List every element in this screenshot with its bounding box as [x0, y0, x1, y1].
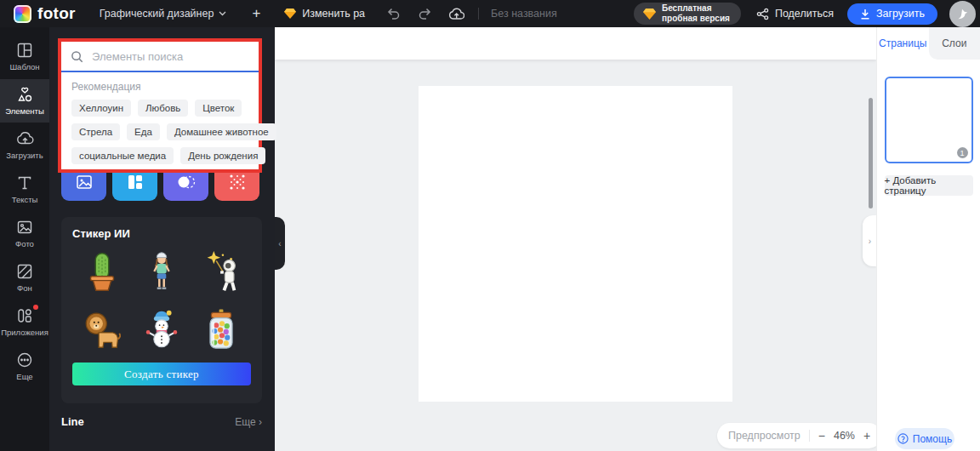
chevron-right-icon: › — [259, 416, 262, 428]
fotor-logo[interactable]: fotor — [14, 4, 76, 23]
chevron-right-icon: › — [869, 237, 871, 246]
pages-layers-tabs: Страницы Слои — [877, 27, 980, 60]
tag-love[interactable]: Любовь — [138, 100, 188, 117]
question-mark-icon — [897, 433, 909, 444]
design-canvas[interactable] — [419, 86, 732, 402]
collage-grid-icon — [127, 174, 144, 191]
zoom-level[interactable]: 46% — [834, 430, 855, 442]
topbar-divider — [478, 8, 479, 20]
resize-button[interactable]: Изменить ра — [284, 8, 365, 20]
bird-icon — [954, 6, 971, 22]
vertical-scrollbar[interactable] — [869, 98, 873, 208]
zoom-in-button[interactable]: + — [863, 430, 870, 442]
snowman-sticker-image — [139, 305, 185, 355]
download-button[interactable]: Загрузить — [847, 3, 937, 25]
template-icon — [16, 42, 33, 59]
sticker-grid — [72, 245, 251, 357]
sticker-girl[interactable] — [135, 245, 188, 300]
tag-social-media[interactable]: социальные медиа — [71, 147, 174, 164]
girl-sticker-image — [139, 248, 185, 297]
canvas-area: Предпросмотр − 46% + — [275, 60, 876, 451]
candy-jar-sticker-image — [198, 305, 244, 355]
search-popup-highlighted: Рекомендация Хеллоуин Любовь Цветок Стре… — [58, 38, 262, 173]
tag-row: Хеллоуин Любовь Цветок — [61, 100, 259, 117]
sidebar-item-label: Загрузить — [6, 151, 43, 160]
help-button[interactable]: Помощь — [895, 428, 954, 449]
create-sticker-button[interactable]: Создать стикер — [72, 363, 251, 385]
mask-circles-icon — [176, 174, 197, 191]
notification-dot — [33, 305, 38, 310]
sticker-lion[interactable] — [76, 303, 128, 357]
photo-icon — [16, 219, 33, 236]
sidebar-item-upload[interactable]: Загрузить — [0, 123, 49, 167]
lion-sticker-image — [79, 305, 125, 355]
chevron-down-icon — [219, 11, 226, 16]
sidebar-item-apps[interactable]: Приложения — [0, 300, 49, 344]
undo-icon — [387, 8, 401, 20]
recommendation-label: Рекомендация — [71, 81, 248, 93]
resize-label: Изменить ра — [302, 8, 365, 20]
help-label: Помощь — [913, 433, 952, 445]
search-input[interactable] — [90, 49, 249, 64]
tag-halloween[interactable]: Хеллоуин — [71, 100, 131, 117]
download-icon — [860, 9, 870, 20]
sidebar-item-more[interactable]: Еще — [0, 345, 49, 388]
sidebar-item-texts[interactable]: Тексты — [0, 168, 49, 211]
text-icon — [16, 174, 33, 191]
share-label: Поделиться — [775, 8, 834, 20]
apps-icon — [16, 307, 33, 324]
sidebar-item-label: Шаблон — [9, 62, 39, 71]
ai-sticker-title: Стикер ИИ — [72, 227, 251, 240]
panel-collapse-handle[interactable]: ‹ — [275, 217, 285, 270]
add-page-button[interactable]: + Добавить страницу — [885, 175, 973, 196]
page-thumbnail[interactable]: 1 — [885, 77, 973, 163]
fotor-logo-icon — [14, 5, 31, 23]
sticker-candy-jar[interactable] — [195, 303, 248, 357]
preview-button[interactable]: Предпросмотр — [728, 430, 801, 442]
tag-food[interactable]: Еда — [127, 123, 160, 140]
new-design-button[interactable]: + — [252, 5, 260, 22]
zoom-divider — [809, 430, 810, 442]
tag-pet[interactable]: Домашнее животное — [167, 123, 276, 140]
sidebar-item-label: Еще — [16, 372, 32, 381]
sticker-snowman[interactable] — [135, 303, 188, 357]
share-button[interactable]: Поделиться — [756, 8, 834, 20]
line-section-header: Line Еще › — [61, 415, 262, 428]
sidebar-item-photo[interactable]: Фото — [0, 212, 49, 255]
page-number-badge: 1 — [957, 147, 968, 158]
free-trial-button[interactable]: Бесплатная пробная версия — [634, 3, 741, 25]
gem-icon — [284, 9, 296, 19]
undo-button[interactable] — [387, 8, 401, 20]
sidebar-item-elements[interactable]: Элементы — [0, 79, 49, 123]
photo-tile-icon — [75, 173, 94, 191]
avatar[interactable] — [949, 1, 976, 27]
sidebar-item-background[interactable]: Фон — [0, 256, 49, 300]
sticker-cactus[interactable] — [76, 245, 128, 300]
cloud-save-button[interactable] — [448, 8, 464, 20]
tag-flower[interactable]: Цветок — [195, 100, 242, 117]
tag-arrow[interactable]: Стрела — [71, 123, 120, 140]
zoom-controls: Предпросмотр − 46% + — [717, 423, 881, 448]
sidebar-item-template[interactable]: Шаблон — [0, 35, 49, 78]
upload-cloud-icon — [16, 130, 34, 147]
document-title[interactable]: Без названия — [491, 8, 557, 20]
sidebar-item-label: Фон — [17, 283, 32, 293]
download-label: Загрузить — [876, 8, 925, 20]
doc-type-dropdown[interactable]: Графический дизайнер — [100, 8, 227, 20]
sticker-astronaut[interactable] — [195, 245, 248, 300]
fotor-logo-text: fotor — [37, 4, 76, 23]
redo-button[interactable] — [418, 8, 431, 20]
context-toolbar — [275, 27, 876, 60]
search-bar — [61, 42, 259, 72]
right-panel-collapse-handle[interactable]: › — [863, 215, 877, 266]
tab-layers[interactable]: Слои — [929, 27, 980, 60]
tag-birthday[interactable]: День рождения — [180, 147, 265, 164]
sidebar-item-label: Тексты — [12, 195, 38, 204]
line-section-title: Line — [61, 415, 84, 428]
tab-pages[interactable]: Страницы — [877, 27, 929, 60]
sidebar-item-label: Приложения — [1, 328, 48, 337]
line-more-link[interactable]: Еще › — [235, 416, 262, 428]
zoom-out-button[interactable]: − — [818, 430, 825, 442]
background-icon — [16, 263, 33, 280]
search-icon — [71, 50, 83, 63]
